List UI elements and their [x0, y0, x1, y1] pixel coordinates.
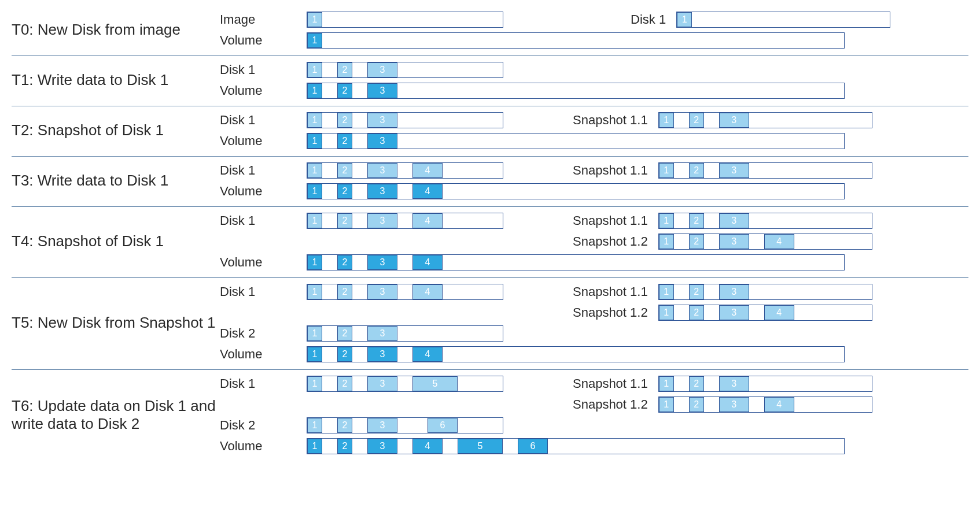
block: 5: [412, 376, 458, 391]
row: Snapshot 1.21234: [220, 394, 968, 415]
row: Snapshot 1.21234: [220, 302, 968, 323]
bar-group: Snapshot 1.1123: [573, 162, 872, 179]
step-title: T5: New Disk from Snapshot 1: [12, 314, 220, 332]
row: Snapshot 1.21234: [220, 231, 968, 252]
block: 4: [412, 184, 443, 199]
step-t2: T2: Snapshot of Disk 1Disk 1123Snapshot …: [12, 106, 968, 156]
step-t0: T0: New Disk from imageImage1Disk 11Volu…: [12, 6, 968, 55]
row-label: Image: [220, 12, 307, 27]
bar: 123: [658, 284, 872, 300]
block: 2: [337, 439, 352, 454]
block: 3: [719, 213, 749, 228]
block: 2: [689, 163, 704, 178]
step-t3: T3: Write data to Disk 1Disk 11234Snapsh…: [12, 156, 968, 206]
bar: 1236: [307, 417, 503, 433]
row-body: 1235Snapshot 1.1123: [307, 376, 872, 392]
row: Disk 2123: [220, 323, 968, 344]
bar-group: 1: [307, 12, 503, 28]
bar-group: 123: [307, 325, 503, 342]
block: 3: [719, 163, 749, 178]
row-body: 123: [307, 62, 503, 78]
row-body: 123Snapshot 1.1123: [307, 112, 872, 128]
bar-label: Snapshot 1.1: [573, 163, 648, 178]
row: Volume123: [220, 131, 968, 151]
bar-label: Disk 1: [631, 12, 666, 27]
row: Disk 1123Snapshot 1.1123: [220, 110, 968, 131]
step-rows: Disk 11234Snapshot 1.1123Volume1234: [220, 160, 968, 202]
block: 2: [337, 326, 352, 341]
block: 3: [367, 163, 397, 178]
bar: 123: [658, 376, 872, 392]
block: 2: [337, 163, 352, 178]
row-body: 1: [307, 32, 845, 49]
block: 2: [337, 255, 352, 270]
bar: 1234: [307, 213, 503, 229]
block: 4: [764, 305, 794, 320]
bar-group: Snapshot 1.1123: [573, 213, 872, 229]
block: 1: [307, 83, 322, 98]
bar: 1: [307, 32, 845, 49]
row-label: Disk 1: [220, 376, 307, 391]
block: 3: [367, 184, 397, 199]
row-label: Disk 1: [220, 213, 307, 228]
bar-group: 1234: [307, 183, 845, 199]
row-label: Volume: [220, 347, 307, 362]
row: Volume1234: [220, 252, 968, 273]
row-body: 1234: [307, 254, 845, 270]
bar-group: [307, 396, 503, 413]
block: 1: [307, 33, 322, 48]
step-t5: T5: New Disk from Snapshot 1Disk 11234Sn…: [12, 277, 968, 369]
row-body: Snapshot 1.21234: [307, 396, 872, 413]
bar-label: Snapshot 1.1: [573, 113, 648, 128]
block: 3: [367, 284, 397, 299]
block: 1: [659, 284, 674, 299]
bar-group: Snapshot 1.21234: [573, 305, 872, 321]
bar-group: Snapshot 1.21234: [573, 234, 872, 250]
bar: 123: [307, 62, 503, 78]
block: 1: [307, 184, 322, 199]
step-rows: Disk 1123Volume123: [220, 60, 968, 101]
block: 3: [367, 213, 397, 228]
block: 3: [719, 376, 749, 391]
bar-group: 123: [307, 62, 503, 78]
block: 1: [307, 113, 322, 128]
row-label: Disk 1: [220, 62, 307, 77]
block: 3: [367, 62, 397, 77]
block: 4: [412, 284, 443, 299]
row: Disk 11235Snapshot 1.1123: [220, 373, 968, 394]
row: Image1Disk 11: [220, 9, 968, 30]
row-label: Volume: [220, 439, 307, 454]
block: 1: [307, 376, 322, 391]
block: 2: [337, 418, 352, 433]
row-body: 123: [307, 325, 503, 342]
step-title: T2: Snapshot of Disk 1: [12, 121, 220, 139]
bar-group: [307, 305, 503, 321]
block: 2: [337, 83, 352, 98]
row-body: 123: [307, 83, 845, 99]
step-title: T6: Update data on Disk 1 and write data…: [12, 397, 220, 433]
block: 1: [307, 284, 322, 299]
row: Disk 11234Snapshot 1.1123: [220, 281, 968, 302]
block: 4: [412, 439, 443, 454]
block: 1: [659, 163, 674, 178]
bar-group: 123: [307, 83, 845, 99]
bar-group: 1234: [307, 254, 845, 270]
bar-group: 1234: [307, 346, 845, 362]
block: 1: [659, 113, 674, 128]
block: 3: [367, 376, 397, 391]
row-body: 1234Snapshot 1.1123: [307, 162, 872, 179]
step-t6: T6: Update data on Disk 1 and write data…: [12, 369, 968, 461]
bar: 123456: [307, 438, 845, 454]
bar-group: 123456: [307, 438, 845, 454]
block: 1: [307, 213, 322, 228]
step-title: T3: Write data to Disk 1: [12, 172, 220, 190]
bar-group: Disk 11: [631, 12, 890, 28]
block: 3: [719, 113, 749, 128]
block: 1: [659, 305, 674, 320]
block: 1: [307, 12, 322, 27]
row-body: 1234: [307, 183, 845, 199]
block: 3: [367, 347, 397, 362]
bar: 1234: [658, 396, 872, 413]
bar-group: [307, 234, 503, 250]
row: Volume1234: [220, 181, 968, 202]
